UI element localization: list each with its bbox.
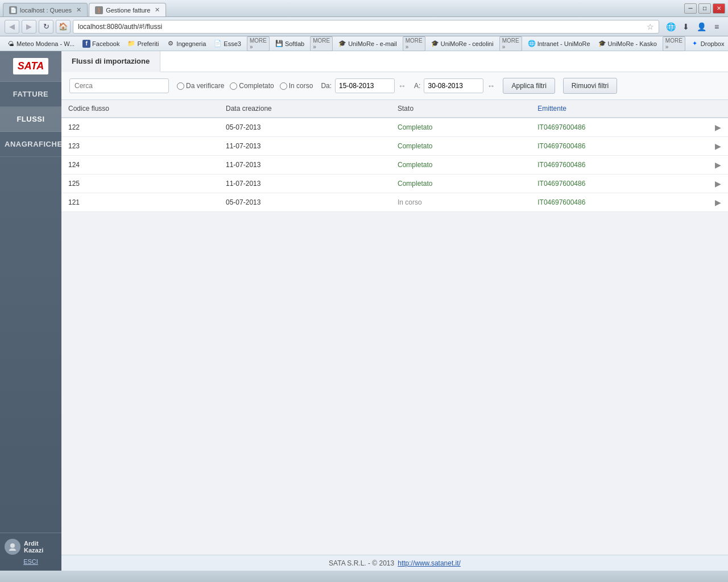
download-icon[interactable]: ⬇	[679, 20, 693, 34]
globe-icon[interactable]: 🌐	[664, 20, 677, 34]
bookmark-dropbox-label: Dropbox	[701, 40, 725, 47]
bookmark-esse3-label: Esse3	[224, 40, 241, 47]
cell-more-0: ▶	[708, 118, 728, 137]
sidebar-item-flussi[interactable]: FLUSSI	[0, 107, 61, 132]
tab1-close[interactable]: ✕	[76, 6, 81, 14]
date-from-group: Da: ↔	[321, 78, 406, 93]
user-icon[interactable]: 👤	[694, 20, 708, 34]
cell-emittente-3: IT04697600486	[531, 174, 708, 193]
remove-filters-button[interactable]: Rimuovi filtri	[563, 78, 617, 94]
minimize-button[interactable]: ─	[684, 3, 697, 14]
address-bar[interactable]: localhost:8080/auth/#!/flussi ☆	[73, 20, 659, 34]
table-area: Codice flusso Data creazione Stato Emitt…	[61, 100, 728, 555]
window-controls: ─ □ ✕	[684, 3, 725, 14]
bookmark-facebook[interactable]: f Facebook	[80, 39, 122, 49]
filter-bar: Da verificare Completato In corso Da: ↔	[61, 72, 728, 100]
tab-flussi-importazione[interactable]: Flussi di importazione	[61, 51, 160, 72]
cell-codice-1: 123	[61, 137, 219, 156]
radio-in-corso-input[interactable]	[280, 82, 287, 90]
bookmark-ingegneria[interactable]: ⚙ Ingegneria	[164, 39, 208, 49]
cell-more-4: ▶	[708, 193, 728, 212]
esse3-more[interactable]: MORE »	[247, 36, 270, 51]
bookmark-facebook-label: Facebook	[92, 40, 119, 47]
col-more	[708, 100, 728, 118]
logo-area: SATA	[0, 51, 61, 82]
logout-link[interactable]: ESCI	[5, 558, 57, 565]
meteo-icon: 🌤	[7, 40, 15, 48]
date-to-input[interactable]	[424, 78, 483, 93]
bookmark-unimore-cedolini[interactable]: 🎓 UniMoRe - cedolini	[429, 39, 496, 49]
user-last-name: Kazazi	[24, 547, 43, 554]
bookmark-dropbox[interactable]: ✦ Dropbox	[689, 39, 727, 49]
apply-filters-button[interactable]: Applica filtri	[503, 78, 555, 94]
softlab-more[interactable]: MORE »	[310, 36, 333, 51]
unimore-kasko-more[interactable]: MORE »	[663, 36, 685, 51]
reload-button[interactable]: ↻	[39, 20, 53, 34]
intranet-icon: 🌐	[528, 40, 536, 48]
search-input[interactable]	[69, 78, 169, 93]
table-row[interactable]: 122 05-07-2013 Completato IT04697600486 …	[61, 118, 728, 137]
unimore-email-icon: 🎓	[338, 40, 346, 48]
radio-da-verificare[interactable]: Da verificare	[177, 82, 224, 90]
tab1-favicon: 📄	[9, 6, 17, 14]
user-info: Ardit Kazazi	[5, 539, 57, 555]
sidebar-item-fatture[interactable]: FATTURE	[0, 82, 61, 107]
tab2-label: Gestione fatture	[106, 7, 150, 14]
cell-stato-4: In corso	[391, 193, 531, 212]
date-from-input[interactable]	[335, 78, 395, 93]
tab2-close[interactable]: ✕	[155, 6, 160, 14]
cell-data-4: 05-07-2013	[219, 193, 391, 212]
tab-gestione-fatture[interactable]: } Gestione fatture ✕	[89, 3, 166, 16]
radio-in-corso[interactable]: In corso	[280, 82, 313, 90]
bookmark-unimore-email[interactable]: 🎓 UniMoRe - e-mail	[336, 39, 399, 49]
date-to-arrow-icon: ↔	[487, 81, 495, 90]
radio-completato[interactable]: Completato	[230, 82, 274, 90]
bookmark-softlab[interactable]: 💾 Softlab	[273, 39, 307, 49]
bookmark-intranet[interactable]: 🌐 Intranet - UniMoRe	[526, 39, 593, 49]
bookmark-preferiti[interactable]: 📁 Preferiti	[125, 39, 161, 49]
bookmark-star-icon[interactable]: ☆	[647, 22, 654, 31]
bookmark-meteo[interactable]: 🌤 Meteo Modena - W...	[5, 39, 77, 49]
close-window-button[interactable]: ✕	[713, 3, 725, 14]
maximize-button[interactable]: □	[698, 3, 711, 14]
tab-localhost-queues[interactable]: 📄 localhost : Queues ✕	[3, 3, 88, 16]
menu-icon[interactable]: ≡	[710, 20, 723, 34]
user-first-name: Ardit	[24, 540, 43, 547]
row-arrow-icon: ▶	[715, 142, 721, 151]
forward-button[interactable]: ▶	[22, 20, 36, 34]
radio-completato-input[interactable]	[230, 82, 237, 90]
user-avatar	[5, 539, 20, 555]
page-footer: SATA S.R.L. - © 2013 http://www.satanet.…	[61, 555, 728, 571]
cell-stato-2: Completato	[391, 156, 531, 174]
softlab-icon: 💾	[275, 40, 283, 48]
table-row[interactable]: 123 11-07-2013 Completato IT04697600486 …	[61, 137, 728, 156]
user-name: Ardit Kazazi	[24, 540, 43, 554]
sidebar-item-anagrafiche[interactable]: ANAGRAFICHE	[0, 132, 61, 157]
cell-codice-4: 121	[61, 193, 219, 212]
tabs-bar: 📄 localhost : Queues ✕ } Gestione fattur…	[3, 0, 167, 16]
col-data-creazione: Data creazione	[219, 100, 391, 118]
unimore-kasko-icon: 🎓	[598, 40, 606, 48]
cell-data-0: 05-07-2013	[219, 118, 391, 137]
home-button[interactable]: 🏠	[56, 20, 71, 34]
bookmark-esse3[interactable]: 📄 Esse3	[212, 39, 243, 49]
table-row[interactable]: 124 11-07-2013 Completato IT04697600486 …	[61, 156, 728, 174]
radio-da-verificare-input[interactable]	[177, 82, 184, 90]
bookmark-unimore-kasko[interactable]: 🎓 UniMoRe - Kasko	[596, 39, 659, 49]
tab1-label: localhost : Queues	[20, 7, 72, 14]
table-row[interactable]: 125 11-07-2013 Completato IT04697600486 …	[61, 174, 728, 193]
col-emittente: Emittente	[531, 100, 708, 118]
cell-codice-3: 125	[61, 174, 219, 193]
cell-emittente-1: IT04697600486	[531, 137, 708, 156]
footer-link[interactable]: http://www.satanet.it/	[398, 559, 461, 567]
unimore-email-more[interactable]: MORE »	[403, 36, 425, 51]
unimore-cedolini-more[interactable]: MORE »	[499, 36, 522, 51]
title-bar: 📄 localhost : Queues ✕ } Gestione fattur…	[0, 0, 728, 17]
radio-in-corso-label: In corso	[289, 82, 313, 90]
tab2-favicon: }	[95, 6, 103, 14]
back-button[interactable]: ◀	[5, 20, 19, 34]
flussi-table: Codice flusso Data creazione Stato Emitt…	[61, 100, 728, 212]
nav-icons: 🌐 ⬇ 👤 ≡	[664, 20, 723, 34]
content-header: Flussi di importazione	[61, 51, 728, 72]
table-row[interactable]: 121 05-07-2013 In corso IT04697600486 ▶	[61, 193, 728, 212]
